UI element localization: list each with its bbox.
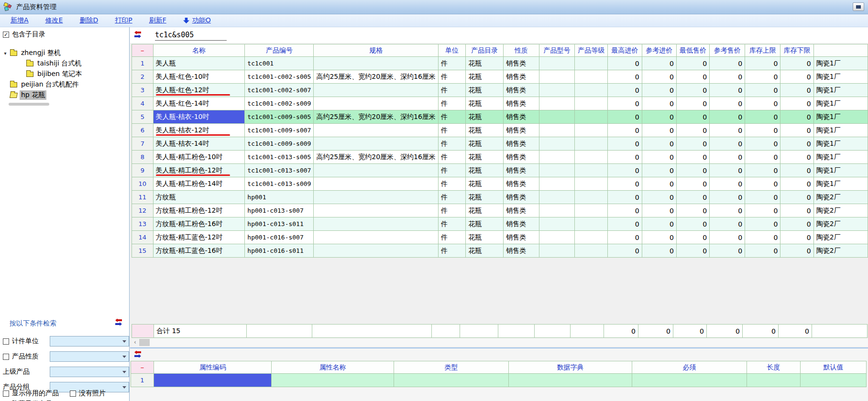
cell-name[interactable]: 美人瓶-桔衣-12吋 — [153, 124, 245, 137]
cell-nature[interactable]: 销售类 — [504, 70, 539, 84]
cell-min_sell[interactable]: 0 — [676, 70, 709, 84]
cell-ref_buy[interactable]: 0 — [642, 244, 676, 258]
cell-grade[interactable] — [575, 151, 608, 164]
cell-stock_max[interactable]: 0 — [745, 204, 780, 217]
cell-stock_min[interactable]: 0 — [780, 164, 813, 177]
attr-cell-code[interactable] — [154, 374, 272, 387]
cell-name[interactable]: 美人瓶-精工粉色-14吋 — [153, 177, 245, 191]
cell-num[interactable]: 5 — [132, 110, 154, 124]
cell-model[interactable] — [539, 191, 575, 204]
column-header-7[interactable]: 性质 — [504, 44, 539, 57]
cell-min_sell[interactable]: 0 — [676, 97, 709, 110]
cell-ref_buy[interactable]: 0 — [642, 84, 676, 97]
cell-stock_max[interactable]: 0 — [745, 164, 780, 177]
cell-nature[interactable]: 销售类 — [504, 97, 539, 110]
cell-max_buy[interactable]: 0 — [608, 191, 642, 204]
cell-code[interactable]: hp001-c016-s011 — [245, 244, 314, 258]
product-row-3[interactable]: 3美人瓶-红色-12吋tc1c001-c002-s007件花瓶销售类000000… — [132, 84, 868, 97]
cell-grade[interactable] — [575, 137, 608, 151]
cell-grade[interactable] — [575, 191, 608, 204]
cell-name[interactable]: 方纹瓶-精工粉色-16吋 — [153, 217, 245, 231]
toolbar-button-4[interactable]: 打印P — [115, 16, 132, 25]
cell-stock_min[interactable]: 0 — [780, 204, 813, 217]
cell-stock_max[interactable]: 0 — [745, 70, 780, 84]
column-header-10[interactable]: 最高进价 — [608, 44, 642, 57]
cell-catalog[interactable]: 花瓶 — [466, 84, 504, 97]
cell-grade[interactable] — [575, 164, 608, 177]
cell-nature[interactable]: 销售类 — [504, 151, 539, 164]
include-subdir-checkbox[interactable]: ✓ — [3, 32, 9, 38]
cell-min_sell[interactable]: 0 — [676, 177, 709, 191]
cell-stock_min[interactable]: 0 — [780, 217, 813, 231]
cell-name[interactable]: 美人瓶-红色-12吋 — [153, 84, 245, 97]
cell-stock_max[interactable]: 0 — [745, 231, 780, 244]
cell-max_buy[interactable]: 0 — [608, 151, 642, 164]
cell-stock_min[interactable]: 0 — [780, 70, 813, 84]
cell-min_sell[interactable]: 0 — [676, 191, 709, 204]
cell-name[interactable]: 美人瓶 — [153, 57, 245, 70]
cell-stock_max[interactable]: 0 — [745, 137, 780, 151]
cell-stock_min[interactable]: 0 — [780, 110, 813, 124]
filter-combobox[interactable] — [50, 336, 129, 347]
cell-code[interactable]: tc1c001-c002-s009 — [245, 97, 314, 110]
column-header-1[interactable]: – — [132, 44, 154, 57]
column-header-8[interactable]: 产品型号 — [539, 44, 575, 57]
cell-factory[interactable]: 陶瓷1厂 — [813, 70, 868, 84]
cell-unit[interactable]: 件 — [438, 137, 465, 151]
cell-ref_sell[interactable]: 0 — [710, 124, 745, 137]
cell-grade[interactable] — [575, 124, 608, 137]
cell-num[interactable]: 15 — [132, 244, 154, 258]
tree-node-1[interactable]: ▾zhengji 整机 — [0, 48, 130, 58]
cell-unit[interactable]: 件 — [438, 151, 465, 164]
tree-node-4[interactable]: peijian 台式机配件 — [0, 79, 130, 90]
attribute-row-1[interactable]: 1 — [131, 374, 867, 387]
cell-nature[interactable]: 销售类 — [504, 57, 539, 70]
cell-unit[interactable]: 件 — [438, 204, 465, 217]
cell-grade[interactable] — [575, 97, 608, 110]
cell-factory[interactable]: 陶瓷2厂 — [813, 191, 868, 204]
toolbar-button-1[interactable]: 新增A — [11, 16, 29, 25]
cell-ref_sell[interactable]: 0 — [710, 217, 745, 231]
cell-stock_min[interactable]: 0 — [780, 84, 813, 97]
cell-spec[interactable] — [314, 204, 438, 217]
cell-grade[interactable] — [575, 231, 608, 244]
attr-column-header-5[interactable]: 数据字典 — [509, 361, 632, 374]
cell-grade[interactable] — [575, 177, 608, 191]
cell-model[interactable] — [539, 57, 575, 70]
cell-max_buy[interactable]: 0 — [608, 124, 642, 137]
cell-spec[interactable] — [314, 244, 438, 258]
cell-min_sell[interactable]: 0 — [676, 244, 709, 258]
cell-code[interactable]: tc1c001-c009-s005 — [245, 110, 314, 124]
cell-name[interactable]: 美人瓶-精工粉色-10吋 — [153, 151, 245, 164]
cell-num[interactable]: 8 — [132, 151, 154, 164]
cell-ref_sell[interactable]: 0 — [710, 137, 745, 151]
cell-max_buy[interactable]: 0 — [608, 217, 642, 231]
cell-code[interactable]: tc1c001-c013-s007 — [245, 164, 314, 177]
cell-min_sell[interactable]: 0 — [676, 110, 709, 124]
cell-stock_min[interactable]: 0 — [780, 231, 813, 244]
scrollbar-thumb[interactable] — [139, 339, 150, 346]
cell-name[interactable]: 方纹瓶-精工粉色-12吋 — [153, 204, 245, 217]
cell-spec[interactable] — [314, 164, 438, 177]
cell-nature[interactable]: 销售类 — [504, 231, 539, 244]
cell-num[interactable]: 1 — [132, 57, 154, 70]
cell-ref_buy[interactable]: 0 — [642, 97, 676, 110]
cell-ref_sell[interactable]: 0 — [710, 84, 745, 97]
tree-node-5[interactable]: hp 花瓶 — [0, 90, 130, 100]
cell-unit[interactable]: 件 — [438, 177, 465, 191]
cell-max_buy[interactable]: 0 — [608, 97, 642, 110]
grid-swap-icon[interactable] — [134, 31, 142, 39]
cell-name[interactable]: 方纹瓶 — [153, 191, 245, 204]
toolbar-button-6[interactable]: 功能O — [183, 16, 211, 25]
cell-ref_sell[interactable]: 0 — [710, 164, 745, 177]
column-header-3[interactable]: 产品编号 — [245, 44, 314, 57]
cell-spec[interactable] — [314, 231, 438, 244]
column-header-15[interactable]: 库存下限 — [780, 44, 813, 57]
cell-catalog[interactable]: 花瓶 — [466, 244, 504, 258]
cell-catalog[interactable]: 花瓶 — [466, 124, 504, 137]
cell-catalog[interactable]: 花瓶 — [466, 217, 504, 231]
cell-spec[interactable] — [314, 97, 438, 110]
cell-grade[interactable] — [575, 57, 608, 70]
cell-nature[interactable]: 销售类 — [504, 84, 539, 97]
attr-cell-default[interactable] — [801, 374, 867, 387]
